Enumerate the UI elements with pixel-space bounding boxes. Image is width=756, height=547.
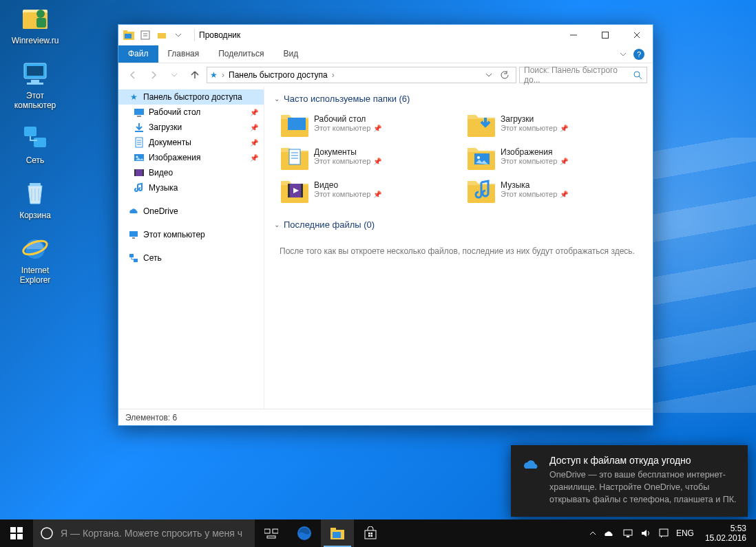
desktop-icons-area: Winreview.ru Этот компьютер Сеть Корзина… <box>6 3 65 297</box>
folder-icon <box>280 177 307 202</box>
minimize-button[interactable] <box>558 25 589 45</box>
ribbon-tab-share[interactable]: Поделиться <box>209 45 273 63</box>
pin-icon: 📌 <box>373 125 381 132</box>
qat-dropdown-icon[interactable] <box>171 28 186 43</box>
svg-point-2 <box>36 10 45 18</box>
pin-icon: 📌 <box>250 139 258 147</box>
search-input[interactable]: Поиск: Панель быстрого до... <box>519 67 647 83</box>
nav-forward-button[interactable] <box>145 66 162 84</box>
svg-rect-30 <box>132 237 135 239</box>
downloads-icon <box>134 122 145 133</box>
ribbon-expand-icon[interactable] <box>620 51 627 58</box>
chevron-down-icon: ⌄ <box>274 95 280 103</box>
desktop-icon-recycle-bin[interactable]: Корзина <box>6 178 65 220</box>
desktop-icon-winreview[interactable]: Winreview.ru <box>6 3 65 45</box>
cortana-search[interactable]: Я — Кортана. Можете спросить у меня ч <box>33 519 255 547</box>
section-frequent-folders[interactable]: ⌄ Часто используемые папки (6) <box>274 94 643 104</box>
recycle-bin-icon <box>20 178 50 208</box>
tray-onedrive-icon[interactable] <box>603 519 616 547</box>
tray-show-hidden[interactable] <box>589 519 596 547</box>
nav-onedrive[interactable]: OneDrive <box>118 204 264 219</box>
svg-rect-45 <box>264 529 270 533</box>
tray-action-center-icon[interactable] <box>658 519 669 547</box>
address-bar[interactable]: ★ › Панель быстрого доступа › <box>207 67 516 83</box>
nav-item-documents[interactable]: Документы📌 <box>118 135 264 150</box>
svg-rect-9 <box>34 138 46 147</box>
taskbar-store[interactable] <box>354 519 387 547</box>
svg-rect-42 <box>10 534 16 539</box>
svg-rect-16 <box>141 31 149 39</box>
folder-item-desktop[interactable]: Рабочий столЭтот компьютер 📌 <box>280 111 456 136</box>
clock-date: 15.02.2016 <box>705 533 746 543</box>
documents-icon <box>134 137 145 148</box>
svg-point-25 <box>136 156 138 158</box>
folder-item-videos[interactable]: ВидеоЭтот компьютер 📌 <box>280 177 456 202</box>
close-button[interactable] <box>621 25 653 45</box>
svg-rect-40 <box>10 527 16 533</box>
taskbar-edge[interactable] <box>288 519 321 547</box>
qat-newfolder-icon[interactable] <box>154 28 169 43</box>
desktop-icon-network[interactable]: Сеть <box>6 122 65 165</box>
status-bar: Элементов: 6 <box>118 409 653 425</box>
videos-icon <box>134 167 145 178</box>
pin-icon: 📌 <box>560 158 568 165</box>
qat-properties-icon[interactable] <box>138 28 153 43</box>
task-view-button[interactable] <box>255 519 288 547</box>
pin-icon: 📌 <box>250 154 258 162</box>
content-pane: ⌄ Часто используемые папки (6) Рабочий с… <box>264 87 653 409</box>
taskbar-explorer[interactable] <box>321 519 354 547</box>
svg-rect-29 <box>129 231 138 237</box>
nav-toolbar: ★ › Панель быстрого доступа › Поиск: Пан… <box>118 63 653 87</box>
nav-item-pictures[interactable]: Изображения📌 <box>118 150 264 165</box>
svg-rect-28 <box>143 169 144 176</box>
folder-icon <box>466 111 494 136</box>
folder-location: Этот компьютер 📌 <box>501 190 568 198</box>
maximize-button[interactable] <box>589 25 621 45</box>
nav-recent-dropdown[interactable] <box>165 66 183 84</box>
ribbon-tab-home[interactable]: Главная <box>158 45 209 63</box>
svg-rect-6 <box>31 80 39 83</box>
svg-rect-5 <box>27 66 43 76</box>
nav-quick-access[interactable]: ★ Панель быстрого доступа <box>118 89 264 105</box>
folder-icon <box>466 144 494 169</box>
tray-language[interactable]: ENG <box>676 519 694 547</box>
folder-item-pictures[interactable]: ИзображенияЭтот компьютер 📌 <box>466 144 643 169</box>
desktop-icon-this-pc[interactable]: Этот компьютер <box>6 58 65 110</box>
folder-name: Музыка <box>501 180 568 190</box>
desktop-icon-internet-explorer[interactable]: Internet Explorer <box>6 233 65 285</box>
help-icon[interactable]: ? <box>633 49 644 60</box>
ribbon-tab-file[interactable]: Файл <box>118 45 158 63</box>
svg-point-19 <box>634 72 640 77</box>
pc-icon <box>128 229 139 240</box>
onedrive-toast[interactable]: Доступ к файлам откуда угодно OneDrive —… <box>511 445 748 517</box>
folder-location: Этот компьютер 📌 <box>501 124 568 132</box>
tray-clock[interactable]: 5:53 15.02.2016 <box>701 524 750 544</box>
nav-up-button[interactable] <box>186 66 204 84</box>
nav-item-music[interactable]: Музыка <box>118 180 264 195</box>
section-recent-files[interactable]: ⌄ Последние файлы (0) <box>274 219 643 230</box>
tray-volume-icon[interactable] <box>640 519 651 547</box>
svg-rect-47 <box>267 536 275 538</box>
nav-network[interactable]: Сеть <box>118 250 264 266</box>
pictures-icon <box>134 152 145 163</box>
svg-rect-18 <box>602 32 609 39</box>
folder-item-music[interactable]: МузыкаЭтот компьютер 📌 <box>466 177 643 202</box>
ribbon-tab-view[interactable]: Вид <box>273 45 308 63</box>
pin-icon: 📌 <box>373 191 381 198</box>
folder-name: Видео <box>314 180 381 190</box>
address-dropdown-icon[interactable] <box>485 72 492 78</box>
nav-back-button[interactable] <box>124 66 142 84</box>
pin-icon: 📌 <box>250 109 258 116</box>
nav-this-pc[interactable]: Этот компьютер <box>118 227 264 242</box>
nav-item-desktop[interactable]: Рабочий стол📌 <box>118 105 264 120</box>
folder-item-downloads[interactable]: ЗагрузкиЭтот компьютер 📌 <box>466 111 643 136</box>
refresh-button[interactable] <box>496 70 513 80</box>
folder-name: Изображения <box>501 147 568 157</box>
nav-item-downloads[interactable]: Загрузки📌 <box>118 120 264 135</box>
nav-item-videos[interactable]: Видео <box>118 165 264 180</box>
tray-network-icon[interactable] <box>622 519 633 547</box>
explorer-icon <box>123 29 135 41</box>
titlebar[interactable]: Проводник <box>118 25 653 45</box>
folder-item-documents[interactable]: ДокументыЭтот компьютер 📌 <box>280 144 456 169</box>
start-button[interactable] <box>0 519 33 547</box>
